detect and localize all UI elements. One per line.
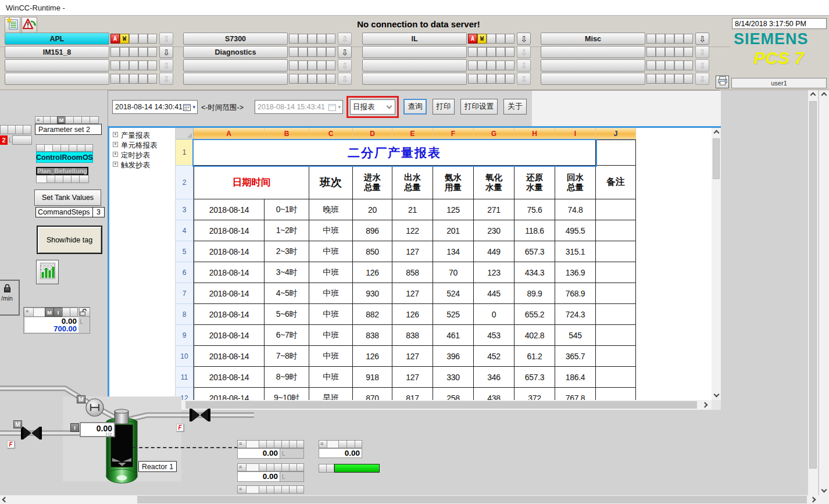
outer-vertical-scrollbar[interactable] [819, 90, 829, 504]
strip-cell[interactable] [289, 440, 297, 448]
toolbar-area-button-empty[interactable] [541, 59, 645, 72]
strip-cell[interactable] [47, 175, 55, 183]
scroll-down-icon[interactable] [819, 485, 829, 495]
cell-value[interactable]: 449 [474, 241, 514, 262]
column-header-I[interactable]: I [555, 128, 596, 140]
cell-value[interactable]: 122 [392, 220, 433, 241]
strip-cell[interactable] [23, 125, 31, 134]
header-col-3[interactable]: 氧化 水量 [474, 166, 514, 199]
cell-hour[interactable]: 2~3时 [265, 241, 309, 262]
strip-cell[interactable] [15, 125, 23, 134]
strip-cell[interactable] [81, 116, 90, 124]
start-time-picker[interactable]: 2018-08-14 14:30:41 ▾ [112, 100, 198, 114]
cell-remark[interactable] [596, 220, 636, 241]
expand-arrow-button[interactable] [517, 33, 531, 45]
cell-value[interactable]: 434.3 [514, 262, 555, 283]
toolbar-area-button-empty[interactable] [183, 73, 288, 85]
strip-cell[interactable] [77, 144, 85, 152]
parameter-set-field[interactable]: Parameter set 2 [35, 124, 102, 135]
aux-field[interactable]: 0.00 [319, 448, 362, 458]
cell-value[interactable]: 127 [392, 241, 433, 262]
header-datetime[interactable]: 日期时间 [194, 166, 309, 199]
tree-expander-icon[interactable] [113, 162, 118, 167]
strip-cell[interactable] [355, 440, 362, 448]
scroll-right-icon[interactable] [809, 495, 817, 504]
cell-value[interactable]: 365.7 [555, 346, 596, 367]
cell-hour[interactable]: 6~7时 [265, 325, 309, 346]
strip-cell[interactable] [289, 463, 297, 471]
command-steps-field[interactable]: CommandSteps 3 [35, 207, 105, 217]
scroll-right-icon[interactable] [700, 401, 709, 409]
sidebar-tree-item[interactable]: 定时抄表 [121, 151, 150, 160]
header-col-1[interactable]: 出水 总量 [392, 166, 433, 199]
strip-cell[interactable] [338, 440, 347, 448]
cell-value[interactable]: 89.9 [514, 283, 555, 304]
row-header-4[interactable]: 4 [176, 220, 194, 241]
active-cell[interactable] [246, 485, 259, 494]
cell-value[interactable]: 123 [474, 262, 514, 283]
cell-remark[interactable] [596, 241, 636, 262]
mode-badge[interactable]: M [45, 308, 54, 317]
cell-remark[interactable] [596, 283, 636, 304]
active-cell[interactable] [246, 440, 259, 448]
strip-cell[interactable] [85, 144, 93, 152]
strip-cell[interactable] [8, 125, 16, 134]
cell-shift[interactable]: 中班 [309, 220, 353, 241]
strip-cell[interactable] [281, 463, 290, 471]
strip-cell[interactable] [79, 175, 89, 183]
cell-shift[interactable]: 中班 [309, 241, 353, 262]
column-header-H[interactable]: H [514, 128, 555, 140]
expand-arrow-button[interactable] [695, 33, 709, 45]
strip-cell[interactable] [296, 440, 304, 448]
cell-value[interactable]: 657.3 [514, 241, 555, 262]
menu-cell[interactable] [237, 463, 246, 471]
cell-remark[interactable] [596, 199, 636, 220]
strip-cell[interactable] [326, 464, 334, 473]
scroll-up-icon[interactable] [712, 128, 721, 137]
strip-cell[interactable] [55, 175, 63, 183]
header-col-2[interactable]: 氨水 用量 [433, 166, 474, 199]
strip-cell[interactable] [281, 440, 290, 448]
row-header-7[interactable]: 7 [176, 283, 194, 304]
cell-hour[interactable]: 1~2时 [265, 220, 309, 241]
cell-shift[interactable]: 中班 [309, 367, 353, 388]
strip-cell[interactable] [274, 485, 282, 494]
cell-date[interactable]: 2018-08-14 [194, 283, 265, 304]
column-header-D[interactable]: D [353, 128, 392, 140]
cell-value[interactable]: 930 [353, 283, 392, 304]
cell-remark[interactable] [596, 304, 636, 325]
row-header-8[interactable]: 8 [176, 304, 194, 325]
sheet-vertical-scrollbar[interactable] [712, 128, 721, 400]
cell-value[interactable]: 545 [555, 325, 596, 346]
cell-value[interactable]: 186.4 [555, 367, 596, 388]
scroll-up-icon[interactable] [808, 90, 818, 100]
cell-value[interactable]: 768.9 [555, 283, 596, 304]
cell-value[interactable]: 524 [433, 283, 474, 304]
menu-cell[interactable] [237, 485, 246, 494]
row-header-5[interactable]: 5 [176, 241, 194, 262]
toolbar-area-button-APL[interactable]: APL [5, 33, 109, 45]
cell-hour[interactable]: 8~9时 [265, 367, 309, 388]
toolbar-area-button-empty[interactable] [362, 59, 467, 72]
active-cell[interactable] [36, 175, 47, 183]
cell-value[interactable]: 0 [474, 304, 514, 325]
dropdown-arrow-icon[interactable]: ▾ [191, 104, 197, 110]
toolbar-area-button-empty[interactable] [5, 59, 109, 72]
strip-cell[interactable] [319, 464, 327, 473]
cell-value[interactable]: 452 [474, 346, 514, 367]
cell-date[interactable]: 2018-08-14 [194, 325, 265, 346]
strip-cell[interactable] [36, 144, 45, 152]
header-col-4[interactable]: 还原 水量 [514, 166, 555, 199]
cell-value[interactable]: 21 [392, 199, 433, 220]
trend-faders-button[interactable] [36, 260, 59, 284]
tree-expander-icon[interactable] [113, 142, 118, 147]
strip-cell[interactable] [65, 116, 74, 124]
cell-shift[interactable]: 中班 [309, 346, 353, 367]
strip-cell[interactable] [70, 308, 78, 317]
set-tank-values-button[interactable]: Set Tank Values [34, 190, 101, 206]
cell-value[interactable]: 445 [474, 283, 514, 304]
cell-remark[interactable] [596, 367, 636, 388]
cell-value[interactable]: 134 [433, 241, 474, 262]
cell-remark[interactable] [596, 346, 636, 367]
lock-open-icon[interactable] [79, 308, 90, 317]
